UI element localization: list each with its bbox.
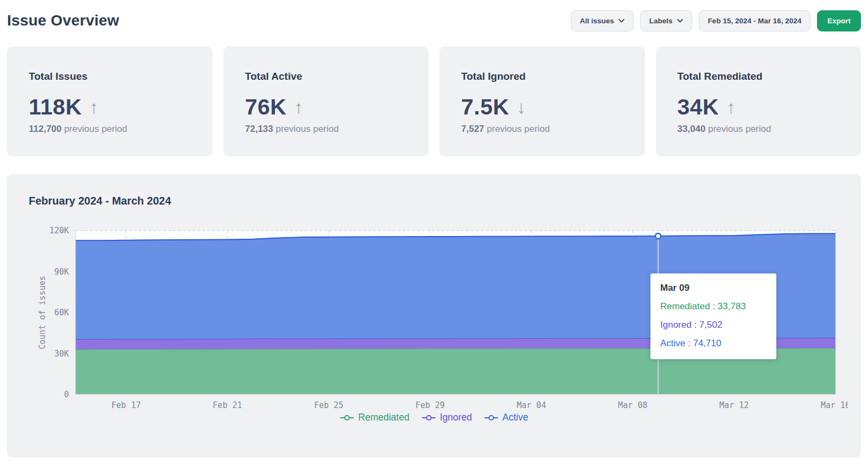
chart-legend: Remediated Ignored Active xyxy=(7,412,861,423)
legend-marker-icon xyxy=(340,415,354,421)
stat-value: 118K xyxy=(29,94,82,120)
svg-text:120K: 120K xyxy=(49,226,69,235)
stat-previous-value: 112,700 xyxy=(29,124,62,134)
svg-text:Mar 04: Mar 04 xyxy=(517,400,546,410)
legend-label: Active xyxy=(502,412,528,423)
legend-marker-icon xyxy=(422,415,436,421)
issues-chart-card: February 2024 - March 2024 030K60K90K120… xyxy=(7,174,861,457)
trend-up-icon: ↑ xyxy=(726,98,736,116)
svg-text:Mar 12: Mar 12 xyxy=(719,400,749,410)
date-range-label: Feb 15, 2024 - Mar 16, 2024 xyxy=(708,17,802,25)
stat-previous-value: 7,527 xyxy=(461,124,484,134)
legend-item-remediated[interactable]: Remediated xyxy=(340,412,409,423)
stat-title: Total Ignored xyxy=(461,71,623,82)
stat-title: Total Remediated xyxy=(678,71,840,82)
stat-cards-row: Total Issues 118K ↑ 112,700 previous per… xyxy=(7,47,861,156)
trend-down-icon: ↓ xyxy=(517,98,526,116)
svg-text:Feb 25: Feb 25 xyxy=(314,400,343,410)
stat-previous-period: 112,700 previous period xyxy=(29,124,191,135)
svg-text:Mar 16: Mar 16 xyxy=(821,400,848,410)
stat-title: Total Issues xyxy=(29,71,191,82)
stat-value: 76K xyxy=(245,94,287,120)
stat-previous-label: previous period xyxy=(706,124,771,134)
stat-previous-label: previous period xyxy=(62,124,127,134)
trend-up-icon: ↑ xyxy=(294,98,303,116)
date-range-picker[interactable]: Feb 15, 2024 - Mar 16, 2024 xyxy=(699,10,811,31)
stat-card-total-active: Total Active 76K ↑ 72,133 previous perio… xyxy=(224,47,429,156)
tooltip-date: Mar 09 xyxy=(660,283,767,294)
stat-card-total-remediated: Total Remediated 34K ↑ 33,040 previous p… xyxy=(656,47,861,156)
dashboard-page: Issue Overview All issues Labels Feb 15,… xyxy=(0,0,868,457)
legend-label: Remediated xyxy=(358,412,409,423)
issues-filter-dropdown[interactable]: All issues xyxy=(571,10,634,31)
trend-up-icon: ↑ xyxy=(90,98,99,116)
chevron-down-icon xyxy=(677,19,683,23)
stat-previous-period: 72,133 previous period xyxy=(245,124,407,135)
svg-text:30K: 30K xyxy=(54,349,69,359)
stat-previous-period: 7,527 previous period xyxy=(461,124,623,135)
chevron-down-icon xyxy=(618,19,624,23)
svg-text:Feb 17: Feb 17 xyxy=(111,400,141,410)
svg-text:0: 0 xyxy=(64,390,69,399)
svg-text:Mar 08: Mar 08 xyxy=(618,400,647,410)
page-title: Issue Overview xyxy=(7,12,119,29)
svg-text:Feb 29: Feb 29 xyxy=(416,400,445,410)
stat-previous-value: 72,133 xyxy=(245,124,273,134)
labels-filter-dropdown[interactable]: Labels xyxy=(640,10,692,31)
legend-item-ignored[interactable]: Ignored xyxy=(422,412,472,423)
stat-value: 34K xyxy=(678,94,719,120)
svg-text:90K: 90K xyxy=(54,267,69,277)
stat-card-total-issues: Total Issues 118K ↑ 112,700 previous per… xyxy=(7,47,213,156)
legend-label: Ignored xyxy=(440,412,472,423)
stat-title: Total Active xyxy=(245,71,407,82)
issues-filter-label: All issues xyxy=(580,17,614,25)
legend-marker-icon xyxy=(484,415,499,421)
legend-item-active[interactable]: Active xyxy=(484,412,528,423)
header: Issue Overview All issues Labels Feb 15,… xyxy=(7,0,861,33)
stat-previous-period: 33,040 previous period xyxy=(678,124,840,135)
stat-value: 7.5K xyxy=(461,94,509,120)
chart-title: February 2024 - March 2024 xyxy=(29,195,171,207)
tooltip-remediated-value: Remediated : 33,783 xyxy=(660,301,767,312)
svg-text:Feb 21: Feb 21 xyxy=(213,400,242,410)
labels-filter-label: Labels xyxy=(649,17,673,25)
svg-text:Count of issues: Count of issues xyxy=(37,276,47,349)
stat-card-total-ignored: Total Ignored 7.5K ↓ 7,527 previous peri… xyxy=(439,47,645,156)
stat-previous-label: previous period xyxy=(484,124,550,134)
chart-tooltip: Mar 09 Remediated : 33,783 Ignored : 7,5… xyxy=(650,273,776,359)
svg-text:60K: 60K xyxy=(54,308,69,317)
export-button[interactable]: Export xyxy=(817,10,861,31)
tooltip-ignored-value: Ignored : 7,502 xyxy=(660,320,767,330)
stat-previous-label: previous period xyxy=(273,124,339,134)
stat-previous-value: 33,040 xyxy=(678,124,706,134)
header-controls: All issues Labels Feb 15, 2024 - Mar 16,… xyxy=(571,10,861,31)
tooltip-active-value: Active : 74,710 xyxy=(660,338,767,349)
